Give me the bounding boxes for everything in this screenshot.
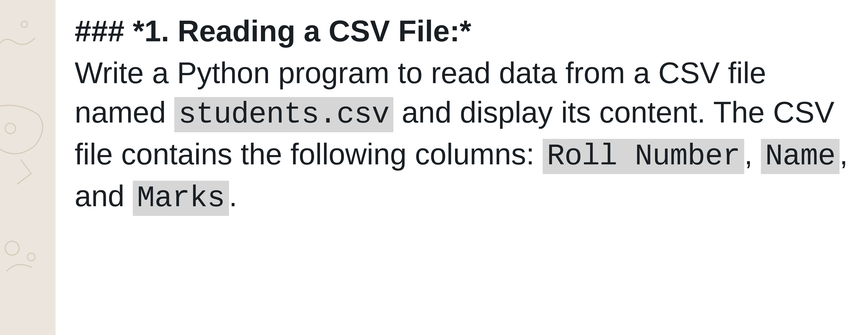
doodle-icon — [0, 94, 56, 198]
svg-point-1 — [5, 123, 16, 134]
code-column: Marks — [133, 181, 229, 216]
svg-point-2 — [5, 241, 19, 255]
doodle-icon — [3, 229, 45, 274]
chat-background-left — [0, 0, 56, 335]
body-text-part: . — [229, 179, 237, 212]
question-body: Write a Python program to read data from… — [75, 53, 856, 218]
question-heading: ### *1. Reading a CSV File:* — [75, 14, 856, 48]
svg-point-3 — [27, 253, 35, 261]
code-column: Name — [761, 139, 840, 174]
code-filename: students.csv — [174, 97, 394, 132]
doodle-icon — [0, 14, 38, 62]
message-content: ### *1. Reading a CSV File:* Write a Pyt… — [56, 0, 868, 335]
body-text-sep: , — [744, 137, 761, 171]
svg-point-0 — [21, 21, 27, 27]
code-column: Roll Number — [543, 139, 744, 174]
